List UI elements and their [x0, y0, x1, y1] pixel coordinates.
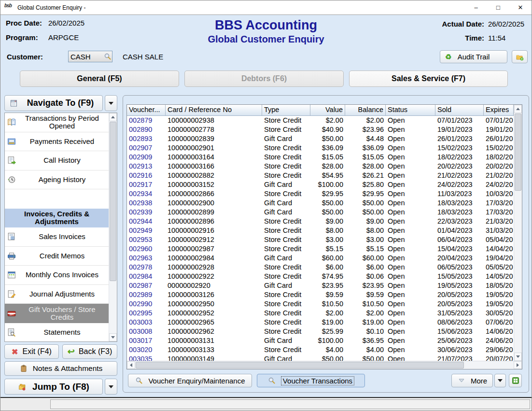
voucher-enquiry-button[interactable]: Voucher Enquiry/Maintenance — [128, 374, 252, 387]
column-header-value[interactable]: Value — [310, 105, 345, 115]
cell-voucher[interactable]: 002953 — [127, 235, 166, 244]
customer-code-input[interactable] — [69, 53, 103, 61]
cell-voucher[interactable]: 002978 — [127, 263, 166, 272]
exit-button[interactable]: ✖ Exit (F4) — [4, 344, 59, 359]
table-row[interactable]: 002893100000002839Gift Card$50.00$4.48Op… — [127, 134, 514, 143]
cell-voucher[interactable]: 002944 — [127, 217, 166, 226]
table-row[interactable]: 003020100000003133Store Credit$4.00$4.00… — [127, 345, 514, 354]
column-header-status[interactable]: Status — [386, 105, 435, 115]
table-row[interactable]: 002949100000002916Store Credit$8.00$8.00… — [127, 226, 514, 235]
table-row[interactable]: 003035100000003149Gift Card$50.00$50.00O… — [127, 354, 514, 361]
sidebar-item-ageing-history[interactable]: Ageing History — [5, 170, 109, 190]
table-row[interactable]: 003003100000002965Store Credit$19.00$19.… — [127, 318, 514, 327]
back-button[interactable]: ↩ Back (F3) — [62, 344, 117, 359]
column-header-type[interactable]: Type — [262, 105, 310, 115]
table-row[interactable]: 002879100000002938Store Credit$2.00$2.00… — [127, 116, 514, 125]
cell-voucher[interactable]: 002938 — [127, 198, 166, 208]
table-row[interactable]: 002917100000003152Gift Card$100.00$25.80… — [127, 180, 514, 189]
table-row[interactable]: 002890100000002778Store Credit$40.90$23.… — [127, 125, 514, 134]
audit-trail-button[interactable]: ♻ Audit Trail — [440, 50, 507, 63]
table-row[interactable]: 002909100000003164Store Credit$15.05$15.… — [127, 153, 514, 162]
cell-voucher[interactable]: 002995 — [127, 309, 166, 318]
navigate-to-button[interactable]: Navigate To (F9) — [4, 95, 103, 111]
table-row[interactable]: 002934100000002866Store Credit$29.95$29.… — [127, 189, 514, 198]
column-header-card[interactable]: Card / Reference No — [166, 105, 262, 115]
sidebar-item-sales-invoices[interactable]: Sales Invoices — [5, 227, 109, 247]
table-row[interactable]: 002978100000002928Store Credit$6.00$6.00… — [127, 263, 514, 272]
table-row[interactable]: 002939100000002899Gift Card$50.00$50.00O… — [127, 208, 514, 217]
export-excel-button[interactable] — [509, 374, 522, 387]
table-row[interactable]: 002989100000003126Store Credit$9.59$9.59… — [127, 290, 514, 299]
cell-voucher[interactable]: 002990 — [127, 299, 166, 309]
cell-voucher[interactable]: 003035 — [127, 354, 166, 361]
table-row[interactable]: 002984100000002922Store Credit$74.95$0.0… — [127, 272, 514, 281]
cell-voucher[interactable]: 002890 — [127, 125, 166, 134]
navigate-to-dropdown-button[interactable] — [105, 95, 117, 111]
table-row[interactable]: 002944100000002896Store Credit$9.00$9.00… — [127, 217, 514, 226]
notes-attachments-button[interactable]: Notes & Attachments — [4, 361, 117, 376]
table-row[interactable]: 002913100000003166Store Credit$28.00$28.… — [127, 162, 514, 171]
sidebar-item-journal-adjustments[interactable]: Journal Adjustments — [5, 285, 109, 304]
table-row[interactable]: 003008100000002962Store Credit$25.99$0.1… — [127, 327, 514, 336]
voucher-transactions-button[interactable]: Voucher Transactions — [257, 374, 365, 387]
cell-voucher[interactable]: 002917 — [127, 180, 166, 189]
column-header-sold[interactable]: Sold — [435, 105, 484, 115]
column-header-balance[interactable]: Balance — [345, 105, 386, 115]
cell-voucher[interactable]: 002909 — [127, 153, 166, 162]
scrollbar-thumb[interactable] — [136, 362, 464, 368]
table-row[interactable]: 002953100000002912Store Credit$3.00$3.00… — [127, 235, 514, 244]
table-row[interactable]: 00298700000002920Gift Card$23.95$23.95Op… — [127, 281, 514, 290]
cell-voucher[interactable]: 002939 — [127, 208, 166, 217]
scroll-up-button[interactable] — [514, 105, 522, 113]
cell-voucher[interactable]: 002989 — [127, 290, 166, 299]
cell-voucher[interactable]: 003017 — [127, 336, 166, 345]
table-row[interactable]: 002995100000002952Store Credit$2.00$2.00… — [127, 309, 514, 318]
scroll-down-button[interactable] — [109, 333, 117, 341]
sidebar-item-transactions-by-period-opened[interactable]: Transactions by Period Opened — [5, 113, 109, 132]
customer-code-field[interactable] — [68, 51, 112, 62]
tab-general[interactable]: General (F5) — [20, 71, 179, 87]
scroll-left-button[interactable] — [127, 361, 135, 369]
cell-voucher[interactable]: 002949 — [127, 226, 166, 235]
cell-voucher[interactable]: 003003 — [127, 318, 166, 327]
sidebar-item-payments-received[interactable]: Payments Received — [5, 132, 109, 152]
cell-voucher[interactable]: 003020 — [127, 345, 166, 354]
cell-voucher[interactable]: 002987 — [127, 281, 166, 290]
scroll-down-button[interactable] — [514, 353, 522, 361]
minimize-button[interactable]: – — [465, 0, 487, 15]
cell-voucher[interactable]: 002879 — [127, 116, 166, 125]
table-row[interactable]: 002990100000002950Store Credit$10.50$10.… — [127, 299, 514, 309]
cell-voucher[interactable]: 003008 — [127, 327, 166, 336]
search-icon[interactable] — [103, 52, 112, 61]
cell-voucher[interactable]: 002893 — [127, 134, 166, 143]
more-dropdown-button[interactable] — [494, 374, 506, 387]
table-row[interactable]: 002960100000002987Store Credit$5.15$5.15… — [127, 244, 514, 254]
column-header-voucher[interactable]: Voucher... — [127, 105, 166, 115]
cell-voucher[interactable]: 002916 — [127, 171, 166, 180]
scroll-right-button[interactable] — [514, 361, 522, 369]
cell-voucher[interactable]: 002913 — [127, 162, 166, 171]
table-row[interactable]: 003017100000003131Gift Card$100.00$36.95… — [127, 336, 514, 345]
sidebar-item-statements[interactable]: Statements — [5, 323, 109, 342]
scrollbar-thumb[interactable] — [515, 113, 521, 191]
folder-add-button[interactable] — [512, 50, 528, 63]
jump-to-dropdown-button[interactable] — [105, 379, 117, 395]
more-button[interactable]: More — [451, 374, 493, 387]
sidebar-item-gift-vouchers-store-credits[interactable]: GIFTGift Vouchers / Store Credits — [5, 304, 109, 323]
sidebar-item-call-history[interactable]: Call History — [5, 151, 109, 170]
table-row[interactable]: 002916100000002882Store Credit$54.95$26.… — [127, 171, 514, 180]
sidebar-item-credit-memos[interactable]: Credit Memos — [5, 247, 109, 266]
cell-voucher[interactable]: 002934 — [127, 189, 166, 198]
cell-voucher[interactable]: 002963 — [127, 254, 166, 263]
jump-to-button[interactable]: Jump To (F8) — [4, 379, 103, 395]
column-header-expires[interactable]: Expires — [484, 105, 514, 115]
table-row[interactable]: 002907100000002901Store Credit$36.09$36.… — [127, 143, 514, 153]
maximize-button[interactable]: □ — [487, 0, 509, 15]
sidebar-item-monthly-cons-invoices[interactable]: Monthly Cons Invoices — [5, 266, 109, 285]
table-row[interactable]: 002963100000002984Gift Card$60.00$60.00O… — [127, 254, 514, 263]
cell-voucher[interactable]: 002984 — [127, 272, 166, 281]
scroll-up-button[interactable] — [109, 113, 117, 121]
close-button[interactable]: ✕ — [509, 0, 532, 15]
table-row[interactable]: 002938100000002900Gift Card$50.00$50.00O… — [127, 198, 514, 208]
cell-voucher[interactable]: 002907 — [127, 143, 166, 153]
